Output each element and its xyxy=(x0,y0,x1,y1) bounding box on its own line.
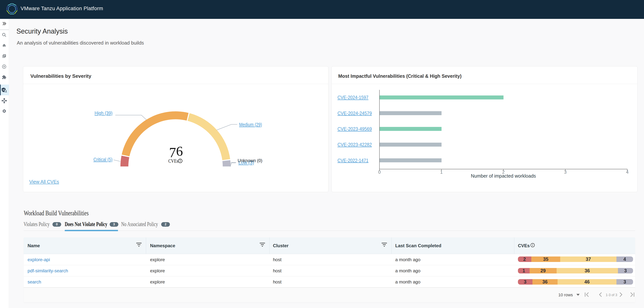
svg-text:4: 4 xyxy=(626,170,628,174)
svg-text:CVE-2023-42282: CVE-2023-42282 xyxy=(338,142,372,147)
svg-text:3: 3 xyxy=(564,170,566,174)
svg-text:1: 1 xyxy=(440,170,442,174)
svg-text:Number of impacted workloads: Number of impacted workloads xyxy=(471,173,536,178)
svg-text:Unknown (0): Unknown (0) xyxy=(238,158,262,163)
svg-text:CVE-2022-1471: CVE-2022-1471 xyxy=(338,158,368,163)
svg-text:0: 0 xyxy=(378,170,381,174)
svg-text:CVEs: CVEs xyxy=(168,158,178,164)
svg-text:CVE-2024-1597: CVE-2024-1597 xyxy=(338,95,368,100)
svg-text:Medium (29): Medium (29) xyxy=(239,122,262,127)
svg-text:CVE-2024-24579: CVE-2024-24579 xyxy=(338,110,372,116)
svg-text:6: 6 xyxy=(176,144,183,159)
svg-text:Critical (5): Critical (5) xyxy=(94,157,112,162)
svg-text:CVE-2023-49569: CVE-2023-49569 xyxy=(338,126,372,132)
svg-text:High (39): High (39) xyxy=(94,110,112,116)
